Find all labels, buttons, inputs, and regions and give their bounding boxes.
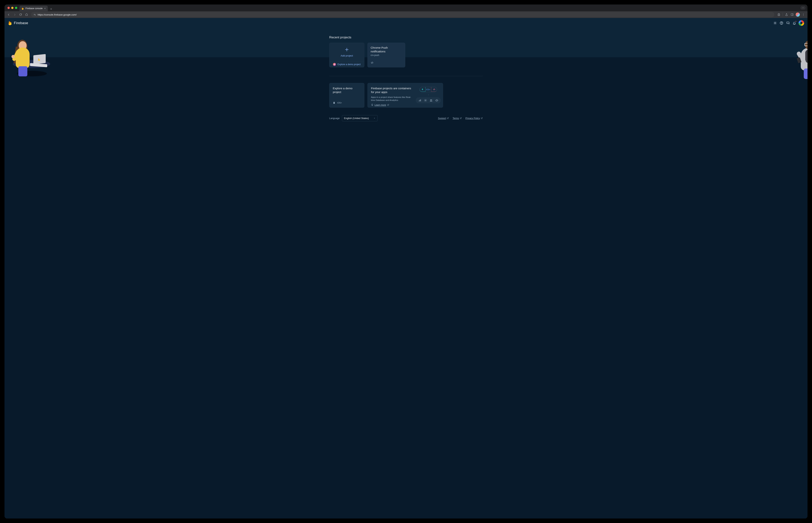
explore-demo-link[interactable]: Explore a demo project bbox=[330, 61, 364, 67]
people-icon bbox=[429, 99, 433, 102]
header-actions bbox=[773, 20, 804, 26]
page-content: Firebase bbox=[4, 18, 808, 519]
home-button[interactable] bbox=[24, 12, 29, 17]
notification-badge-icon bbox=[795, 21, 797, 22]
explore-card-title: Explore a demo project bbox=[333, 87, 361, 94]
svg-point-11 bbox=[431, 100, 432, 100]
firebase-brand-text: Firebase bbox=[14, 21, 28, 25]
language-selector[interactable]: English (United States) bbox=[342, 115, 377, 121]
extensions-button[interactable] bbox=[776, 12, 781, 17]
project-card[interactable]: Chrome Push notifications crx-push bbox=[367, 43, 405, 67]
web-pill-icon bbox=[431, 87, 437, 92]
browser-window: Firebase console https://c bbox=[4, 4, 808, 519]
svg-point-6 bbox=[775, 22, 776, 24]
back-button[interactable] bbox=[6, 12, 11, 17]
tab-title: Firebase console bbox=[25, 7, 42, 10]
docs-button[interactable] bbox=[786, 21, 790, 25]
chevron-down-icon bbox=[373, 117, 375, 119]
language-label: Language bbox=[329, 117, 340, 120]
firebase-flame-icon bbox=[37, 58, 40, 61]
ios-pill-label: iOS+ bbox=[425, 87, 431, 92]
cloud-icon bbox=[435, 99, 438, 102]
firebase-flame-icon bbox=[8, 21, 12, 25]
containers-title: Firebase projects are containers for you… bbox=[371, 87, 414, 94]
fullscreen-window-button[interactable] bbox=[15, 7, 17, 9]
site-info-icon[interactable] bbox=[33, 13, 36, 16]
add-project-card: Add project Explore a demo project bbox=[329, 43, 365, 67]
reload-button[interactable] bbox=[18, 12, 23, 17]
external-link-icon bbox=[460, 117, 462, 119]
address-bar[interactable]: https://console.firebase.google.com/ bbox=[31, 12, 774, 17]
illustration-left bbox=[13, 40, 52, 76]
ios-plus-label: iOS+ bbox=[337, 102, 342, 104]
forward-button[interactable] bbox=[12, 12, 17, 17]
svg-point-5 bbox=[803, 15, 804, 16]
analytics-icon bbox=[418, 99, 421, 102]
lightbulb-icon bbox=[371, 104, 373, 106]
theme-toggle-button[interactable] bbox=[773, 21, 777, 25]
address-url: https://console.firebase.google.com/ bbox=[38, 13, 76, 16]
toolbar-right bbox=[776, 12, 806, 17]
containers-info-card: Firebase projects are containers for you… bbox=[367, 83, 443, 108]
side-panel-button[interactable] bbox=[790, 12, 795, 17]
browser-toolbar: https://console.firebase.google.com/ bbox=[4, 11, 808, 18]
project-platform-web-icon bbox=[371, 61, 402, 64]
separator-dot: · bbox=[463, 117, 464, 120]
external-link-icon bbox=[387, 104, 389, 106]
project-name: Chrome Push notifications bbox=[371, 46, 402, 53]
browser-tab[interactable]: Firebase console bbox=[19, 6, 48, 11]
add-project-button[interactable]: Add project bbox=[330, 43, 364, 61]
learn-more-link[interactable]: Learn more bbox=[371, 104, 414, 106]
language-value: English (United States) bbox=[344, 117, 369, 120]
support-label: Support bbox=[438, 117, 446, 120]
svg-point-9 bbox=[425, 100, 426, 101]
account-avatar-button[interactable] bbox=[798, 20, 804, 26]
main-content: Recent projects Add project Explore a de… bbox=[329, 28, 483, 129]
minimize-window-button[interactable] bbox=[11, 7, 14, 9]
external-link-icon bbox=[481, 117, 483, 119]
android-pill-icon bbox=[420, 87, 425, 92]
illustration-right bbox=[762, 40, 802, 75]
info-row: Explore a demo project iOS+ Firebase pro… bbox=[329, 83, 483, 108]
privacy-label: Privacy Policy bbox=[465, 117, 480, 120]
firebase-header: Firebase bbox=[4, 18, 808, 28]
help-button[interactable] bbox=[779, 21, 783, 25]
window-controls bbox=[6, 4, 18, 11]
android-icon bbox=[333, 102, 335, 104]
terms-link[interactable]: Terms bbox=[453, 117, 462, 120]
close-window-button[interactable] bbox=[7, 7, 10, 9]
firebase-favicon-icon bbox=[21, 7, 24, 10]
settings-icon bbox=[424, 99, 427, 102]
toolbar-separator bbox=[782, 13, 783, 16]
new-tab-button[interactable] bbox=[49, 7, 53, 11]
separator-dot: · bbox=[451, 117, 451, 120]
labs-button[interactable] bbox=[784, 12, 789, 17]
projects-row: Add project Explore a demo project Chrom… bbox=[329, 43, 483, 67]
svg-rect-2 bbox=[791, 14, 793, 16]
chrome-menu-button[interactable] bbox=[801, 12, 806, 17]
svg-point-3 bbox=[803, 14, 804, 14]
learn-more-label: Learn more bbox=[374, 104, 386, 106]
explore-demo-card[interactable]: Explore a demo project iOS+ bbox=[329, 83, 365, 108]
profile-avatar-icon bbox=[796, 13, 800, 17]
external-link-icon bbox=[447, 117, 449, 119]
svg-point-4 bbox=[803, 14, 804, 15]
tab-close-button[interactable] bbox=[44, 7, 46, 10]
notifications-button[interactable] bbox=[792, 21, 796, 25]
tabs-dropdown-button[interactable] bbox=[800, 6, 806, 10]
explore-demo-label: Explore a demo project bbox=[337, 63, 360, 66]
page-footer: Language English (United States) Support… bbox=[329, 115, 483, 121]
containers-subtitle: Apps in a project share features like Re… bbox=[371, 96, 414, 102]
project-id: crx-push bbox=[371, 54, 402, 56]
privacy-link[interactable]: Privacy Policy bbox=[465, 117, 483, 120]
firebase-logo[interactable]: Firebase bbox=[8, 21, 28, 25]
profile-button[interactable] bbox=[795, 12, 800, 17]
plus-icon bbox=[345, 47, 349, 52]
support-link[interactable]: Support bbox=[438, 117, 449, 120]
tab-strip: Firebase console bbox=[4, 4, 808, 11]
compass-icon bbox=[333, 63, 336, 66]
add-project-label: Add project bbox=[341, 54, 353, 57]
terms-label: Terms bbox=[453, 117, 459, 120]
svg-point-10 bbox=[430, 100, 431, 100]
recent-projects-title: Recent projects bbox=[329, 36, 483, 39]
